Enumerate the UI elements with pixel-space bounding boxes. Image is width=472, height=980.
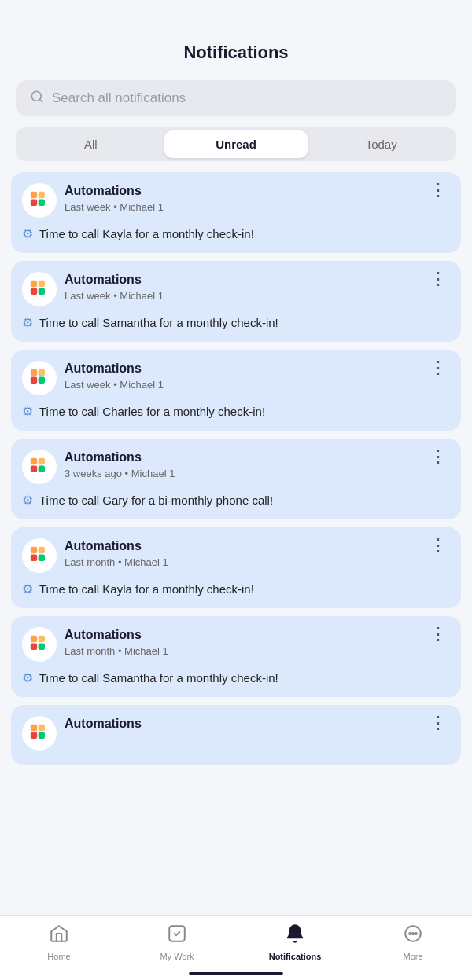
- svg-rect-29: [39, 725, 45, 731]
- notification-message: Time to call Kayla for a monthly check-i…: [39, 581, 254, 597]
- page-title: Notifications: [16, 42, 456, 63]
- svg-rect-25: [39, 636, 45, 642]
- more-dots-button[interactable]: ⋮: [426, 714, 450, 732]
- notification-subtitle: Last month • Michael 1: [65, 556, 168, 568]
- gear-icon: ⚙: [22, 404, 33, 419]
- notification-card[interactable]: Automations Last month • Michael 1 ⋮ ⚙ T…: [11, 616, 461, 697]
- svg-point-32: [409, 933, 411, 934]
- home-icon: [49, 923, 69, 949]
- svg-rect-10: [31, 377, 37, 384]
- svg-rect-19: [31, 547, 37, 553]
- more-dots-button[interactable]: ⋮: [426, 182, 450, 199]
- svg-rect-20: [39, 555, 45, 561]
- app-logo: [22, 361, 57, 395]
- notification-subtitle: Last week • Michael 1: [65, 201, 164, 213]
- nav-label-home: Home: [47, 952, 70, 961]
- svg-rect-15: [31, 458, 37, 464]
- svg-rect-8: [39, 288, 45, 295]
- notification-subtitle: Last week • Michael 1: [65, 290, 164, 302]
- svg-rect-5: [39, 192, 45, 198]
- gear-icon: ⚙: [22, 582, 33, 596]
- svg-rect-7: [31, 281, 37, 287]
- bottom-indicator: [189, 972, 283, 975]
- app-logo: [22, 627, 57, 662]
- notification-title: Automations: [65, 538, 168, 555]
- notification-card[interactable]: Automations Last week • Michael 1 ⋮ ⚙ Ti…: [11, 350, 461, 431]
- svg-rect-14: [31, 466, 37, 472]
- search-placeholder-text: Search all notifications: [52, 90, 186, 106]
- notification-card[interactable]: Automations 3 weeks ago • Michael 1 ⋮ ⚙ …: [11, 439, 461, 519]
- notification-title: Automations: [65, 183, 164, 200]
- app-logo: [22, 450, 57, 484]
- more-dots-button[interactable]: ⋮: [426, 626, 450, 643]
- svg-rect-24: [39, 644, 45, 650]
- app-logo: [22, 716, 57, 751]
- svg-rect-17: [39, 458, 45, 464]
- notification-card[interactable]: Automations ⋮: [11, 705, 461, 765]
- notification-title: Automations: [65, 627, 168, 644]
- notifications-list: Automations Last week • Michael 1 ⋮ ⚙ Ti…: [0, 172, 472, 843]
- svg-point-34: [415, 933, 417, 934]
- nav-item-more[interactable]: More: [385, 923, 441, 961]
- notification-message: Time to call Gary for a bi-monthly phone…: [39, 492, 273, 508]
- nav-item-mywork[interactable]: My Work: [149, 923, 205, 961]
- svg-rect-18: [31, 555, 37, 561]
- svg-rect-23: [31, 636, 37, 642]
- notification-title: Automations: [65, 361, 164, 377]
- notification-message: Time to call Samantha for a monthly chec…: [39, 670, 278, 686]
- notif-icon: [285, 923, 305, 949]
- notification-title: Automations: [65, 716, 142, 732]
- svg-rect-4: [39, 200, 45, 206]
- svg-rect-2: [31, 200, 37, 206]
- bottom-nav: Home My Work Notifications: [0, 915, 472, 980]
- notification-subtitle: Last week • Michael 1: [65, 379, 164, 391]
- notification-card[interactable]: Automations Last week • Michael 1 ⋮ ⚙ Ti…: [11, 172, 461, 253]
- search-icon: [30, 90, 44, 107]
- app-logo: [22, 272, 57, 306]
- svg-rect-9: [39, 281, 45, 287]
- svg-rect-26: [31, 732, 37, 739]
- notification-message: Time to call Charles for a monthly check…: [39, 403, 265, 420]
- gear-icon: ⚙: [22, 226, 33, 241]
- notification-message: Time to call Samantha for a monthly chec…: [39, 314, 278, 331]
- svg-rect-6: [31, 288, 37, 295]
- svg-line-1: [39, 99, 42, 101]
- tab-all[interactable]: All: [19, 130, 163, 158]
- more-dots-button[interactable]: ⋮: [426, 537, 450, 554]
- more-dots-button[interactable]: ⋮: [426, 270, 450, 288]
- nav-label-mywork: My Work: [160, 952, 194, 961]
- page-header: Notifications: [0, 0, 472, 72]
- filter-tabs: All Unread Today: [16, 127, 456, 161]
- search-bar-container: Search all notifications: [0, 72, 472, 127]
- svg-rect-21: [39, 547, 45, 553]
- nav-item-home[interactable]: Home: [31, 923, 87, 961]
- svg-rect-3: [31, 192, 37, 198]
- more-dots-button[interactable]: ⋮: [426, 359, 450, 376]
- svg-rect-13: [39, 369, 45, 376]
- app-logo: [22, 538, 57, 573]
- mywork-icon: [167, 923, 187, 949]
- tab-today[interactable]: Today: [309, 130, 453, 158]
- notification-message: Time to call Kayla for a monthly check-i…: [39, 226, 254, 242]
- notification-card[interactable]: Automations Last week • Michael 1 ⋮ ⚙ Ti…: [11, 261, 461, 342]
- notification-title: Automations: [65, 272, 164, 288]
- notification-subtitle: 3 weeks ago • Michael 1: [65, 468, 175, 479]
- svg-rect-27: [31, 725, 37, 731]
- svg-rect-11: [31, 369, 37, 376]
- more-icon: [403, 923, 423, 949]
- app-logo: [22, 183, 57, 218]
- svg-rect-16: [39, 466, 45, 472]
- tab-unread[interactable]: Unread: [164, 130, 308, 158]
- notification-title: Automations: [65, 450, 175, 466]
- more-dots-button[interactable]: ⋮: [426, 448, 450, 465]
- svg-point-33: [412, 933, 414, 934]
- nav-label-more: More: [403, 952, 422, 961]
- notification-card[interactable]: Automations Last month • Michael 1 ⋮ ⚙ T…: [11, 527, 461, 608]
- nav-item-notifications[interactable]: Notifications: [267, 923, 323, 961]
- gear-icon: ⚙: [22, 315, 33, 330]
- notification-subtitle: Last month • Michael 1: [65, 645, 168, 657]
- gear-icon: ⚙: [22, 493, 33, 508]
- svg-rect-22: [31, 644, 37, 650]
- search-bar[interactable]: Search all notifications: [16, 80, 456, 116]
- svg-rect-28: [39, 732, 45, 739]
